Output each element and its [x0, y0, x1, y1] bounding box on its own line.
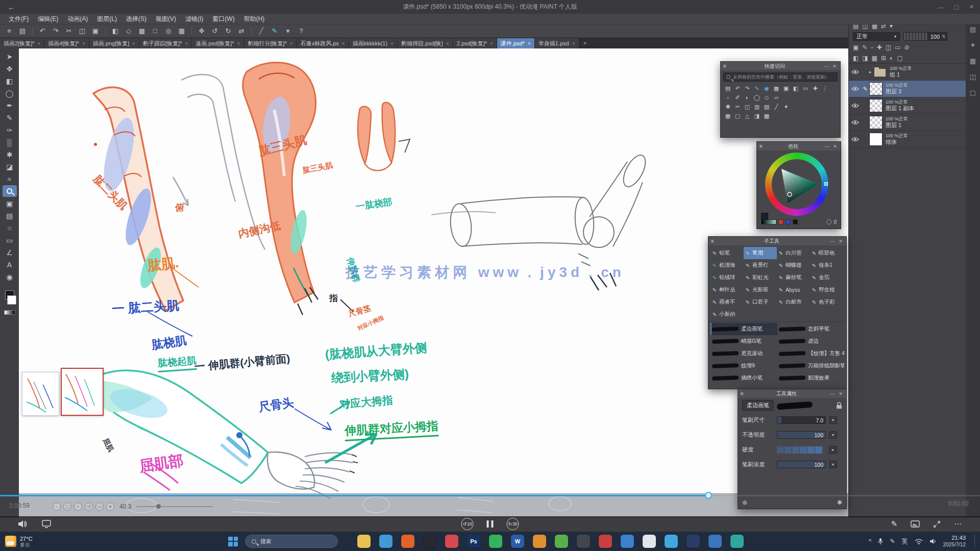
- taskbar-app-firefox-browser[interactable]: [401, 535, 414, 548]
- cut-icon[interactable]: ✂: [63, 26, 75, 36]
- invert-selection-icon[interactable]: ◎: [162, 26, 175, 36]
- frame-tool[interactable]: ▭: [3, 234, 17, 246]
- tab-close-icon[interactable]: ×: [290, 41, 293, 46]
- subtool-group[interactable]: ✎白川密: [777, 247, 810, 259]
- blend-tool[interactable]: ≈: [3, 173, 17, 185]
- panel-close-icon[interactable]: ✕: [831, 64, 838, 69]
- back-arrow-icon[interactable]: ←: [0, 3, 22, 11]
- status-button[interactable]: ▾: [106, 503, 114, 511]
- taskbar-app-blue-app[interactable]: [621, 535, 634, 548]
- quick-access-icon[interactable]: ◇: [763, 93, 771, 102]
- hardness-block[interactable]: [785, 446, 792, 454]
- help-icon[interactable]: ?: [295, 26, 307, 36]
- taskbar-app-photoshop[interactable]: Ps: [467, 535, 480, 548]
- brush-item[interactable]: 尼克滚动: [710, 347, 777, 360]
- brush-tool[interactable]: ✑: [3, 124, 17, 136]
- layer-thumbnail[interactable]: [869, 82, 883, 95]
- navigator-thumbnail-2[interactable]: [61, 368, 104, 416]
- workspace-icon[interactable]: ▤: [16, 26, 29, 36]
- quick-access-icon[interactable]: ╱: [772, 103, 780, 111]
- document-tab[interactable]: 豹子跟踪[恢复]*×: [139, 38, 192, 48]
- select-area-icon[interactable]: ◧: [109, 26, 121, 36]
- subtool-group[interactable]: ✎蝴蝶翅: [777, 259, 810, 271]
- subtool-group[interactable]: ✎夜景灯: [744, 259, 777, 271]
- panel-close-icon[interactable]: ✕: [838, 391, 844, 396]
- black-chip[interactable]: [793, 219, 798, 224]
- quick-access-icon[interactable]: ✂: [733, 103, 742, 111]
- volume-icon[interactable]: [17, 520, 28, 528]
- document-tab[interactable]: 插画4[恢复]*×: [44, 38, 89, 48]
- red-chip[interactable]: [778, 219, 783, 224]
- speaker-tray-icon[interactable]: [929, 538, 937, 544]
- layer-visibility-eye-icon[interactable]: [849, 86, 861, 91]
- layer-row[interactable]: ✎100 %正常图层 3: [849, 81, 966, 97]
- lock-icon[interactable]: [836, 402, 842, 409]
- document-tab[interactable]: 石膏x林政风.ps×: [297, 38, 349, 48]
- layer-row[interactable]: ▸100 %正常组 1: [849, 64, 966, 81]
- menu-item[interactable]: 视图(V): [151, 15, 181, 23]
- status-button[interactable]: ↺: [85, 503, 93, 511]
- quick-access-icon[interactable]: ▫: [724, 93, 732, 102]
- blue-chip[interactable]: [786, 219, 791, 224]
- player-progress-bar[interactable]: [0, 492, 980, 499]
- quick-access-icon[interactable]: ◯: [753, 93, 761, 102]
- subtool-group[interactable]: ✎金箔: [810, 271, 843, 284]
- dock-icon[interactable]: ▣: [853, 44, 859, 51]
- copy-icon[interactable]: ◫: [76, 26, 88, 36]
- status-button[interactable]: +: [74, 503, 82, 511]
- taskbar-app-red-app[interactable]: [599, 535, 612, 548]
- vector-line-icon[interactable]: ✎: [268, 26, 281, 36]
- dock-icon[interactable]: ▭: [895, 44, 900, 51]
- quick-access-icon[interactable]: ✱: [724, 103, 732, 111]
- progress-handle[interactable]: [705, 492, 712, 499]
- zoom-tool[interactable]: [3, 185, 17, 197]
- dock-icon[interactable]: ✎: [862, 44, 867, 51]
- document-tab[interactable]: 豹猫打分[恢复]*×: [244, 38, 297, 48]
- taskbar-app-settings[interactable]: [708, 535, 722, 548]
- blend-mode-dropdown[interactable]: 正常▾: [853, 32, 900, 41]
- panel-title-bar[interactable]: ≡ 子工具 — ✕: [708, 237, 846, 245]
- subtool-group[interactable]: ✎麻纱笔: [777, 271, 810, 284]
- subtool-group[interactable]: ✎树叶丛: [710, 284, 744, 296]
- property-slider[interactable]: 100: [777, 461, 826, 468]
- menu-item[interactable]: 选择(S): [121, 15, 151, 23]
- quick-access-icon[interactable]: ◨: [753, 112, 761, 120]
- panel-menu-icon[interactable]: ≡: [741, 391, 744, 396]
- panel-close-icon[interactable]: ✕: [832, 144, 838, 149]
- document-tab[interactable]: 半身插1.psd×: [535, 38, 579, 48]
- subtool-group[interactable]: ✎暗部色: [810, 247, 843, 259]
- subtool-group[interactable]: ✎画者不: [710, 296, 744, 308]
- layer-visibility-eye-icon[interactable]: [849, 137, 861, 142]
- status-button[interactable]: −: [53, 503, 61, 511]
- folder-expander-icon[interactable]: ▸: [869, 69, 874, 74]
- hardness-block[interactable]: [815, 446, 822, 454]
- straight-ruler-icon[interactable]: ╱: [255, 26, 267, 36]
- ruler-tool[interactable]: ∠: [3, 246, 17, 258]
- quick-access-icon[interactable]: ▤: [724, 84, 732, 92]
- layer-thumbnail[interactable]: [869, 133, 883, 146]
- subtool-group[interactable]: ✎野生植: [810, 284, 843, 296]
- brush-item[interactable]: 左斜平笔: [777, 323, 844, 335]
- pencil-tool[interactable]: ✎: [3, 112, 17, 123]
- zoom-slider[interactable]: [136, 506, 213, 507]
- taskbar-app-bilibili[interactable]: [665, 535, 678, 548]
- panel-strip-icon[interactable]: ✦: [970, 41, 976, 49]
- grid-icon[interactable]: ▦: [176, 26, 188, 36]
- display-icon[interactable]: [42, 520, 51, 528]
- subtitle-panel-icon[interactable]: [911, 520, 920, 528]
- taskbar-app-notes-app[interactable]: [643, 535, 656, 548]
- brush-item[interactable]: 万能排线阴影笔: [777, 360, 844, 372]
- hardness-block[interactable]: [807, 446, 815, 454]
- panel-menu-icon[interactable]: ≡: [711, 238, 714, 244]
- menu-item[interactable]: 帮助(H): [239, 15, 270, 23]
- quick-access-icon[interactable]: ↶: [733, 84, 742, 92]
- tab-close-icon[interactable]: ×: [82, 41, 85, 46]
- brush-item[interactable]: 柔边画笔: [710, 323, 777, 335]
- quick-access-search-input[interactable]: 从所有的历史中搜索（例如：变形、浏览笔刷）: [723, 72, 838, 82]
- quick-access-icon[interactable]: ✦: [782, 103, 790, 111]
- subtool-group[interactable]: ✎小新的: [710, 308, 744, 320]
- menu-item[interactable]: 动画(A): [63, 15, 92, 23]
- document-tab[interactable]: 插画2[恢复]*×: [0, 38, 44, 48]
- zoom-slider-knob[interactable]: [156, 504, 161, 509]
- deselect-icon[interactable]: □: [149, 26, 161, 36]
